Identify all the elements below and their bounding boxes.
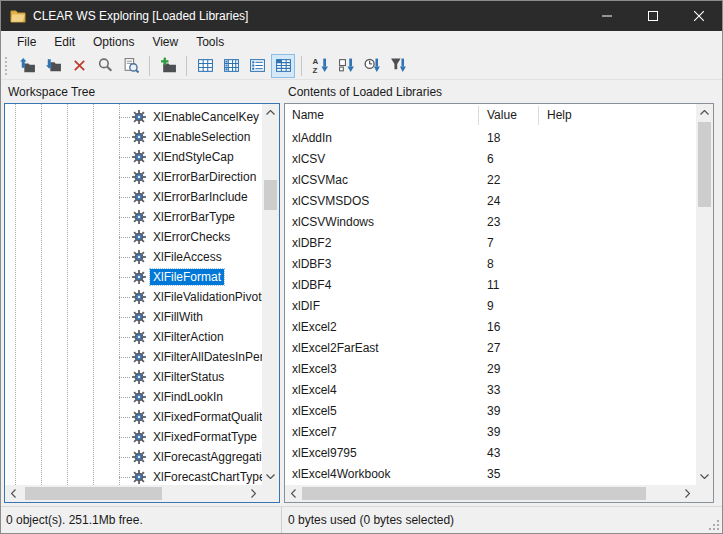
menu-tools[interactable]: Tools	[187, 33, 233, 51]
tree-item[interactable]: XlErrorChecks	[5, 227, 262, 247]
copy-in-button[interactable]	[15, 54, 39, 78]
copy-out-button[interactable]	[41, 54, 65, 78]
cell-value: 23	[479, 215, 539, 229]
close-button[interactable]	[676, 1, 722, 31]
search-button[interactable]	[93, 54, 117, 78]
scroll-up-arrow-icon[interactable]	[696, 104, 713, 121]
view-small-icons-button[interactable]	[219, 54, 243, 78]
column-header-value[interactable]: Value	[479, 106, 539, 125]
cell-value: 43	[479, 446, 539, 460]
tree-hscroll-thumb[interactable]	[25, 487, 162, 500]
scroll-right-arrow-icon[interactable]	[245, 485, 262, 502]
table-hscroll-thumb[interactable]	[302, 487, 646, 500]
menu-options[interactable]: Options	[84, 33, 143, 51]
scroll-down-arrow-icon[interactable]	[262, 468, 279, 485]
tree-item-label: XlErrorBarInclude	[150, 189, 251, 205]
table-row[interactable]: xlDIF 9	[285, 295, 696, 316]
table-row[interactable]: xlExcel9795 43	[285, 442, 696, 463]
view-details-button[interactable]	[271, 54, 295, 78]
table-row[interactable]: xlCSVMac 22	[285, 169, 696, 190]
tree-item[interactable]: XlFindLookIn	[5, 387, 262, 407]
delete-button[interactable]	[67, 54, 91, 78]
sort-date-button[interactable]	[360, 54, 384, 78]
table-vertical-scrollbar[interactable]	[696, 104, 713, 485]
tree-item[interactable]: XlEndStyleCap	[5, 147, 262, 167]
tree-item[interactable]: XlFilterAction	[5, 327, 262, 347]
table-row[interactable]: xlExcel2FarEast 27	[285, 337, 696, 358]
tree-item[interactable]: XlFileFormat	[5, 267, 262, 287]
enum-gear-icon	[132, 310, 146, 324]
tree-panel-title: Workspace Tree	[8, 85, 95, 99]
sort-size-button[interactable]	[334, 54, 358, 78]
tree-horizontal-scrollbar[interactable]	[5, 485, 262, 502]
scroll-left-arrow-icon[interactable]	[285, 485, 302, 502]
small-icons-view-icon	[223, 57, 240, 74]
tree-item[interactable]: XlFileAccess	[5, 247, 262, 267]
scroll-up-arrow-icon[interactable]	[262, 104, 279, 121]
loaded-libraries-table[interactable]: xlAddIn 18 xlCSV 6 xlCSVMac 22 xlCSVMSDO…	[285, 127, 696, 485]
table-row[interactable]: xlCSV 6	[285, 148, 696, 169]
table-vscroll-thumb[interactable]	[698, 122, 711, 207]
table-row[interactable]: xlDBF4 11	[285, 274, 696, 295]
tree-item[interactable]: XlEnableSelection	[5, 127, 262, 147]
enum-gear-icon	[132, 190, 146, 204]
scroll-left-arrow-icon[interactable]	[5, 485, 22, 502]
tree-item[interactable]: XlFillWith	[5, 307, 262, 327]
tree-item[interactable]: XlForecastChartType	[5, 467, 262, 485]
tree-item-label: XlFileValidationPivotMode	[150, 289, 262, 305]
tree-item[interactable]: XlErrorBarInclude	[5, 187, 262, 207]
tree-vscroll-thumb[interactable]	[264, 180, 277, 210]
tree-item[interactable]: XlFixedFormatType	[5, 427, 262, 447]
workspace-tree[interactable]: XlEnableCancelKey XlEnableSelection	[5, 104, 262, 485]
search-objects-button[interactable]	[119, 54, 143, 78]
sort-type-button[interactable]	[386, 54, 410, 78]
table-row[interactable]: xlExcel7 39	[285, 421, 696, 442]
column-header-name[interactable]: Name	[285, 106, 479, 125]
table-row[interactable]: xlDBF2 7	[285, 232, 696, 253]
table-row[interactable]: xlExcel5 39	[285, 400, 696, 421]
menu-view[interactable]: View	[143, 33, 187, 51]
resize-grip[interactable]	[709, 520, 719, 530]
cell-name: xlDBF4	[285, 278, 479, 292]
table-row[interactable]: xlExcel4 33	[285, 379, 696, 400]
tree-item[interactable]: XlFileValidationPivotMode	[5, 287, 262, 307]
table-horizontal-scrollbar[interactable]	[285, 485, 696, 502]
scroll-right-arrow-icon[interactable]	[679, 485, 696, 502]
tree-item[interactable]: XlFilterAllDatesInPeriod	[5, 347, 262, 367]
view-large-icons-button[interactable]	[193, 54, 217, 78]
column-header-help[interactable]: Help	[539, 106, 696, 125]
minimize-button[interactable]	[584, 1, 630, 31]
menu-file[interactable]: File	[8, 33, 45, 51]
cell-name: xlAddIn	[285, 131, 479, 145]
cell-value: 8	[479, 257, 539, 271]
enum-gear-icon	[132, 170, 146, 184]
sort-name-button[interactable]: A Z	[308, 54, 332, 78]
tree-item[interactable]: XlFixedFormatQuality	[5, 407, 262, 427]
tree-item-label: XlErrorChecks	[150, 229, 233, 245]
table-row[interactable]: xlDBF3 8	[285, 253, 696, 274]
tree-vertical-scrollbar[interactable]	[262, 104, 279, 485]
table-row[interactable]: xlCSVMSDOS 24	[285, 190, 696, 211]
table-row[interactable]: xlExcel4Workbook 35	[285, 463, 696, 484]
cell-value: 18	[479, 131, 539, 145]
folder-down-arrow-icon	[45, 57, 62, 74]
details-view-icon	[275, 57, 292, 74]
tree-item[interactable]: XlForecastAggregation	[5, 447, 262, 467]
maximize-button[interactable]	[630, 1, 676, 31]
table-row[interactable]: xlExcel2 16	[285, 316, 696, 337]
tree-item[interactable]: XlFilterStatus	[5, 367, 262, 387]
tree-connector-line	[119, 277, 130, 278]
menu-edit[interactable]: Edit	[45, 33, 84, 51]
view-list-button[interactable]	[245, 54, 269, 78]
new-namespace-button[interactable]	[156, 54, 180, 78]
tree-item[interactable]: XlEnableCancelKey	[5, 107, 262, 127]
scroll-down-arrow-icon[interactable]	[696, 468, 713, 485]
tree-item[interactable]: XlErrorBarDirection	[5, 167, 262, 187]
toolbar-grip[interactable]	[5, 57, 10, 75]
table-row[interactable]: xlExcel3 29	[285, 358, 696, 379]
cell-value: 29	[479, 362, 539, 376]
table-row[interactable]: xlAddIn 18	[285, 127, 696, 148]
table-row[interactable]: xlCSVWindows 23	[285, 211, 696, 232]
enum-gear-icon	[132, 410, 146, 424]
tree-item[interactable]: XlErrorBarType	[5, 207, 262, 227]
